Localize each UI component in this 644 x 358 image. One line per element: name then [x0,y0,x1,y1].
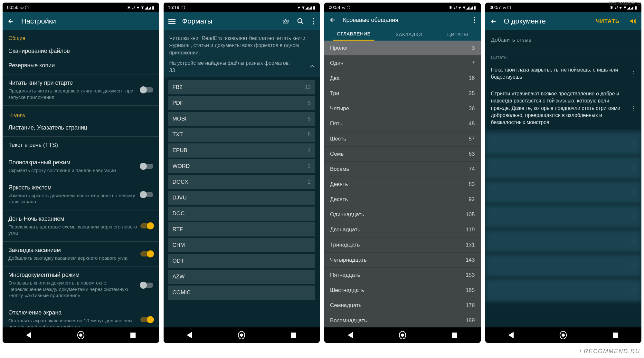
quote-more-icon[interactable]: ⋮ [630,238,637,244]
format-item[interactable]: TXT5 [168,128,316,142]
toc-item[interactable]: Одиннадцать105 [324,207,481,222]
nav-home-icon[interactable] [77,332,84,339]
setting-row[interactable]: Многодокументный режимОткрывать книги и … [3,268,159,303]
toggle-switch[interactable] [140,251,153,256]
toggle-switch[interactable] [140,87,153,92]
quote-more-icon[interactable]: ⋮ [630,189,637,195]
settings-list[interactable]: ОбщиеСканирование файловРезервные копииЧ… [3,30,159,327]
speaker-icon[interactable] [629,17,638,26]
format-item[interactable]: WORD2 [168,159,316,173]
quote-more-icon[interactable]: ⋮ [630,164,637,171]
nav-back-icon[interactable] [507,332,515,339]
quote-more-icon[interactable]: ⋮ [630,287,637,293]
setting-row[interactable]: День-Ночь касаниемПереключать цветовые с… [3,212,159,240]
toc-item[interactable]: Три25 [324,86,481,101]
quote-more-icon[interactable]: ⋮ [630,213,637,220]
toc-item[interactable]: Семь63 [324,147,481,162]
add-review-button[interactable]: Добавить отзыв [485,30,642,50]
format-item[interactable]: DOC [168,207,316,221]
found-files-row[interactable]: На устройстве найдены файлы разных форма… [169,60,314,74]
setting-row[interactable]: Отключение экранаОставлять экран включен… [3,305,159,328]
format-item[interactable]: DOCX2 [168,175,316,189]
quote-item[interactable]: —⋮ [485,205,642,228]
setting-row[interactable]: Листание, Указатель страниц [3,121,159,135]
toc-item[interactable]: Восемнадцать189 [324,313,481,327]
toc-item[interactable]: Четырнадцать143 [324,253,481,268]
toc-item[interactable]: Шесть57 [324,131,481,147]
quote-item[interactable]: —⋮ [485,181,642,204]
format-item[interactable]: RTF [168,222,316,237]
toc-item[interactable]: Пять45 [324,116,481,131]
toc-item[interactable]: Четыре36 [324,101,481,116]
toc-item[interactable]: Тринадцать131 [324,237,481,253]
toc-item[interactable]: Восемь74 [324,162,481,177]
format-item[interactable]: AZW [168,270,316,284]
nav-recent-icon[interactable] [451,332,458,339]
quote-more-icon[interactable]: ⋮ [630,262,637,269]
nav-home-icon[interactable] [560,332,567,339]
nav-recent-icon[interactable] [290,332,297,339]
back-icon[interactable] [328,15,337,24]
read-button[interactable]: ЧИТАТЬ [596,18,620,24]
format-item[interactable]: ODT [168,254,316,268]
toggle-switch[interactable] [140,317,153,322]
quote-item[interactable]: —⋮ [485,132,642,155]
format-item[interactable]: MOBI5 [168,112,316,126]
setting-row[interactable]: Яркость жестомИзменять яркость движением… [3,180,159,209]
quote-more-icon[interactable]: ⋮ [630,140,637,146]
setting-row[interactable]: Резервные копии [3,58,159,73]
nav-back-icon[interactable] [25,332,32,339]
format-item[interactable]: CHM [168,238,316,252]
toc-list[interactable]: Пролог3Один7Два16Три25Четыре36Пять45Шест… [324,41,481,327]
toc-item[interactable]: Пролог3 [324,41,481,56]
format-item[interactable]: PDF5 [168,96,316,110]
more-icon[interactable] [472,15,477,24]
nav-recent-icon[interactable] [129,332,137,339]
search-icon[interactable] [296,17,305,26]
setting-row[interactable]: Закладка касаниемДобавлять закладку каса… [3,243,159,265]
back-icon[interactable] [489,17,498,26]
toc-item[interactable]: Семнадцать176 [324,298,481,313]
nav-home-icon[interactable] [399,332,406,339]
nav-back-icon[interactable] [186,332,193,339]
toggle-switch[interactable] [140,164,153,169]
formats-content[interactable]: Читалка книг ReadEra позволяет бесплатно… [164,30,320,327]
toc-item[interactable]: Один7 [324,56,481,71]
toggle-switch[interactable] [140,283,153,288]
back-icon[interactable] [6,17,15,26]
quote-item[interactable]: Стригои утрачивают всякое представление … [485,86,642,131]
toc-item[interactable]: Двенадцать119 [324,222,481,237]
format-item[interactable]: EPUB4 [168,143,316,158]
nav-back-icon[interactable] [347,332,354,339]
toc-item[interactable]: Два16 [324,71,481,86]
toc-item[interactable]: Шестнадцать165 [324,283,481,298]
quote-item[interactable]: Пока твои глаза закрыты, ты не поймешь, … [485,63,642,85]
quote-item[interactable]: —⋮ [485,230,642,253]
quote-item[interactable]: —⋮ [485,279,642,302]
setting-row[interactable]: Читать книгу при стартеПродолжить читать… [3,76,159,104]
format-item[interactable]: DJVU [168,191,316,205]
format-item[interactable]: COMIC [168,285,316,300]
nav-home-icon[interactable] [238,332,245,339]
nav-recent-icon[interactable] [612,332,619,339]
crown-icon[interactable] [281,17,290,26]
about-content[interactable]: Добавить отзыв Цитаты Пока твои глаза за… [485,30,642,327]
setting-row[interactable]: Сканирование файлов [3,44,159,58]
quote-item[interactable]: —⋮ [485,254,642,277]
menu-icon[interactable] [167,17,176,26]
toggle-switch[interactable] [140,192,153,197]
tab-цитаты[interactable]: ЦИТАТЫ [443,28,472,40]
setting-row[interactable]: Полноэкранный режимСкрывать строку состо… [3,155,159,178]
quote-more-icon[interactable]: ⋮ [630,105,637,111]
toc-item[interactable]: Девять83 [324,177,481,192]
toc-item[interactable]: Десять92 [324,192,481,207]
toggle-switch[interactable] [140,223,153,228]
quote-more-icon[interactable]: ⋮ [630,70,637,77]
tab-оглавление[interactable]: ОГЛАВЛЕНИЕ [333,28,374,41]
tab-закладки[interactable]: ЗАКЛАДКИ [392,28,426,40]
setting-row[interactable]: Текст в речь (TTS) [3,138,159,152]
quote-item[interactable]: —⋮ [485,156,642,179]
toc-item[interactable]: Пятнадцать153 [324,268,481,283]
format-item[interactable]: FB212 [168,80,316,94]
more-icon[interactable] [311,17,316,26]
